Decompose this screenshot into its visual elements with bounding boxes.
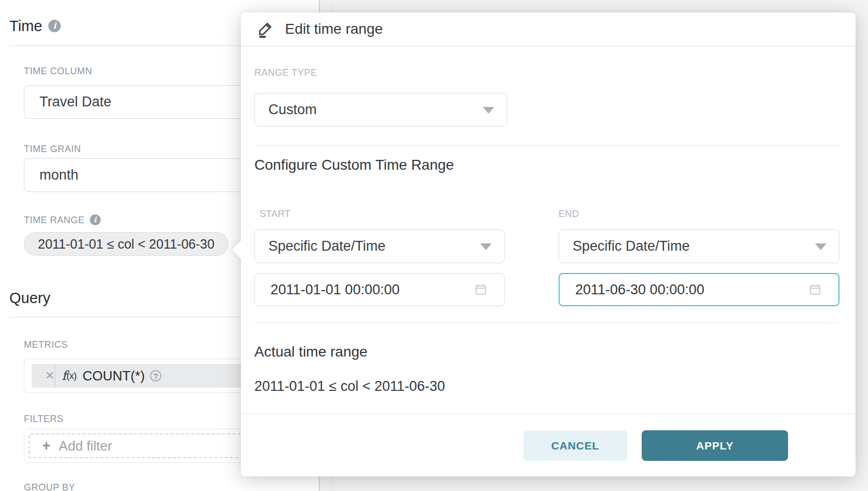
time-section-title: Timei (9, 17, 61, 35)
time-range-pill-text: 2011-01-01 ≤ col < 2011-06-30 (38, 237, 214, 252)
content-divider (254, 145, 839, 146)
chevron-down-icon (480, 243, 492, 250)
end-datetime-input[interactable] (575, 274, 770, 305)
end-mode-value: Specific Date/Time (573, 238, 690, 254)
info-icon[interactable]: i (48, 20, 61, 32)
cancel-button[interactable]: CANCEL (523, 430, 627, 461)
time-range-label-text: TIME RANGE (24, 215, 85, 225)
edit-pencil-icon (256, 20, 275, 38)
chevron-down-icon (815, 243, 826, 250)
time-column-label: TIME COLUMN (24, 66, 92, 77)
metrics-label: METRICS (24, 339, 68, 350)
content-divider (254, 322, 839, 323)
footer-divider (241, 413, 856, 414)
popover-header: Edit time range (241, 12, 856, 47)
start-mode-select[interactable]: Specific Date/Time (254, 229, 505, 263)
time-range-label: TIME RANGEi (24, 215, 101, 226)
plus-icon: + (42, 439, 50, 453)
calendar-icon[interactable] (474, 283, 487, 296)
end-mode-select[interactable]: Specific Date/Time (559, 229, 839, 263)
function-icon: f(x) (62, 364, 76, 388)
time-grain-label: TIME GRAIN (24, 144, 81, 155)
range-type-select[interactable]: Custom (254, 93, 507, 127)
end-datetime-field (559, 273, 839, 306)
popover-title: Edit time range (285, 21, 383, 37)
help-icon[interactable]: ? (150, 370, 161, 381)
start-datetime-input[interactable] (270, 274, 445, 306)
chip-separator (55, 364, 56, 388)
time-column-value: Travel Date (39, 94, 112, 110)
info-icon[interactable]: i (90, 214, 101, 225)
filters-label: FILTERS (24, 414, 63, 425)
configure-heading: Configure Custom Time Range (254, 156, 454, 174)
add-filter-label: Add filter (59, 438, 112, 454)
time-grain-value: month (39, 167, 78, 183)
query-section-title: Query (9, 289, 50, 307)
range-type-value: Custom (268, 102, 317, 118)
range-type-label: RANGE TYPE (254, 67, 317, 78)
actual-range-value: 2011-01-01 ≤ col < 2011-06-30 (254, 377, 445, 395)
chevron-down-icon (483, 107, 494, 114)
edit-time-range-popover: Edit time range RANGE TYPE Custom Config… (241, 12, 856, 476)
apply-button[interactable]: APPLY (642, 430, 788, 461)
start-mode-value: Specific Date/Time (268, 238, 386, 254)
end-label: END (559, 209, 579, 220)
actual-range-heading: Actual time range (254, 343, 368, 361)
time-range-pill[interactable]: 2011-01-01 ≤ col < 2011-06-30 (24, 232, 228, 256)
time-section-title-text: Time (9, 18, 42, 34)
start-label: START (260, 209, 291, 220)
query-section-title-text: Query (9, 290, 50, 306)
remove-metric-icon[interactable]: ✕ (38, 364, 61, 388)
metric-expression: COUNT(*) (83, 364, 145, 388)
group-by-label: GROUP BY (24, 482, 75, 491)
start-datetime-field (254, 273, 505, 306)
superset-explore-page: Timei TIME COLUMN Travel Date TIME GRAIN… (0, 0, 868, 491)
calendar-icon[interactable] (808, 283, 822, 296)
